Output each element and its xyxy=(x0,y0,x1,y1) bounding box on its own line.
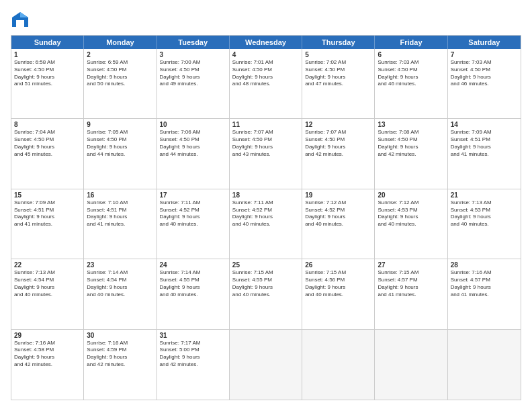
weekday-header: Friday xyxy=(375,36,447,49)
calendar-cell: 6Sunrise: 7:03 AM Sunset: 4:50 PM Daylig… xyxy=(375,49,447,118)
day-number: 20 xyxy=(378,191,444,199)
calendar-cell: 29Sunrise: 7:16 AM Sunset: 4:58 PM Dayli… xyxy=(11,330,84,400)
day-info: Sunrise: 7:15 AM Sunset: 4:57 PM Dayligh… xyxy=(378,269,444,298)
calendar-cell: 8Sunrise: 7:04 AM Sunset: 4:50 PM Daylig… xyxy=(11,119,84,188)
day-number: 23 xyxy=(87,261,153,269)
calendar-row: 29Sunrise: 7:16 AM Sunset: 4:58 PM Dayli… xyxy=(11,330,521,400)
day-number: 15 xyxy=(14,191,81,199)
day-info: Sunrise: 7:12 AM Sunset: 4:53 PM Dayligh… xyxy=(378,199,444,228)
day-number: 7 xyxy=(451,51,518,58)
calendar-cell: 23Sunrise: 7:14 AM Sunset: 4:54 PM Dayli… xyxy=(84,259,157,328)
logo xyxy=(11,11,32,30)
day-info: Sunrise: 7:07 AM Sunset: 4:50 PM Dayligh… xyxy=(232,129,299,158)
day-info: Sunrise: 7:13 AM Sunset: 4:54 PM Dayligh… xyxy=(14,269,81,298)
day-number: 10 xyxy=(160,121,226,128)
header xyxy=(11,11,521,30)
day-number: 29 xyxy=(14,332,81,339)
calendar-row: 1Sunrise: 6:58 AM Sunset: 4:50 PM Daylig… xyxy=(11,49,521,119)
day-info: Sunrise: 7:09 AM Sunset: 4:51 PM Dayligh… xyxy=(14,199,81,228)
day-info: Sunrise: 7:00 AM Sunset: 4:50 PM Dayligh… xyxy=(160,59,226,88)
day-number: 16 xyxy=(87,191,153,199)
day-info: Sunrise: 7:08 AM Sunset: 4:50 PM Dayligh… xyxy=(378,129,444,158)
calendar-cell: 26Sunrise: 7:15 AM Sunset: 4:56 PM Dayli… xyxy=(302,259,375,328)
calendar-cell: 5Sunrise: 7:02 AM Sunset: 4:50 PM Daylig… xyxy=(302,49,375,118)
day-info: Sunrise: 7:06 AM Sunset: 4:50 PM Dayligh… xyxy=(160,129,226,158)
day-number: 30 xyxy=(87,332,153,339)
page: SundayMondayTuesdayWednesdayThursdayFrid… xyxy=(0,0,532,411)
calendar-cell xyxy=(230,330,302,400)
calendar-cell: 24Sunrise: 7:14 AM Sunset: 4:55 PM Dayli… xyxy=(157,259,230,328)
day-info: Sunrise: 7:16 AM Sunset: 4:58 PM Dayligh… xyxy=(14,340,81,369)
day-info: Sunrise: 7:16 AM Sunset: 4:57 PM Dayligh… xyxy=(451,269,518,298)
day-info: Sunrise: 7:15 AM Sunset: 4:56 PM Dayligh… xyxy=(305,269,371,298)
day-number: 4 xyxy=(232,51,299,58)
calendar-cell: 17Sunrise: 7:11 AM Sunset: 4:52 PM Dayli… xyxy=(157,189,230,259)
calendar-row: 8Sunrise: 7:04 AM Sunset: 4:50 PM Daylig… xyxy=(11,119,521,189)
day-number: 11 xyxy=(232,121,299,128)
calendar-cell: 1Sunrise: 6:58 AM Sunset: 4:50 PM Daylig… xyxy=(11,49,84,118)
day-info: Sunrise: 7:09 AM Sunset: 4:51 PM Dayligh… xyxy=(451,129,518,158)
calendar-cell: 30Sunrise: 7:16 AM Sunset: 4:59 PM Dayli… xyxy=(84,330,157,400)
calendar-cell: 14Sunrise: 7:09 AM Sunset: 4:51 PM Dayli… xyxy=(448,119,521,188)
weekday-header: Wednesday xyxy=(230,36,302,49)
calendar-cell: 19Sunrise: 7:12 AM Sunset: 4:52 PM Dayli… xyxy=(302,189,375,259)
day-info: Sunrise: 6:58 AM Sunset: 4:50 PM Dayligh… xyxy=(14,59,81,88)
day-info: Sunrise: 7:05 AM Sunset: 4:50 PM Dayligh… xyxy=(87,129,153,158)
calendar-cell: 12Sunrise: 7:07 AM Sunset: 4:50 PM Dayli… xyxy=(302,119,375,188)
day-number: 6 xyxy=(378,51,444,58)
calendar-cell: 16Sunrise: 7:10 AM Sunset: 4:51 PM Dayli… xyxy=(84,189,157,259)
calendar-body: 1Sunrise: 6:58 AM Sunset: 4:50 PM Daylig… xyxy=(11,49,521,400)
calendar-cell: 7Sunrise: 7:03 AM Sunset: 4:50 PM Daylig… xyxy=(448,49,521,118)
calendar-cell: 4Sunrise: 7:01 AM Sunset: 4:50 PM Daylig… xyxy=(230,49,302,118)
day-number: 1 xyxy=(14,51,81,58)
day-number: 3 xyxy=(160,51,226,58)
day-info: Sunrise: 7:10 AM Sunset: 4:51 PM Dayligh… xyxy=(87,199,153,228)
day-number: 13 xyxy=(378,121,444,128)
day-number: 19 xyxy=(305,191,371,199)
calendar-cell: 21Sunrise: 7:13 AM Sunset: 4:53 PM Dayli… xyxy=(448,189,521,259)
day-info: Sunrise: 7:14 AM Sunset: 4:54 PM Dayligh… xyxy=(87,269,153,298)
day-number: 17 xyxy=(160,191,226,199)
calendar-cell xyxy=(448,330,521,400)
day-info: Sunrise: 7:03 AM Sunset: 4:50 PM Dayligh… xyxy=(451,59,518,88)
calendar: SundayMondayTuesdayWednesdayThursdayFrid… xyxy=(11,35,521,400)
weekday-header: Sunday xyxy=(11,36,84,49)
calendar-cell: 22Sunrise: 7:13 AM Sunset: 4:54 PM Dayli… xyxy=(11,259,84,328)
day-info: Sunrise: 7:02 AM Sunset: 4:50 PM Dayligh… xyxy=(305,59,371,88)
calendar-cell: 20Sunrise: 7:12 AM Sunset: 4:53 PM Dayli… xyxy=(375,189,447,259)
day-info: Sunrise: 7:11 AM Sunset: 4:52 PM Dayligh… xyxy=(232,199,299,228)
calendar-cell xyxy=(375,330,447,400)
day-info: Sunrise: 7:03 AM Sunset: 4:50 PM Dayligh… xyxy=(378,59,444,88)
calendar-cell: 15Sunrise: 7:09 AM Sunset: 4:51 PM Dayli… xyxy=(11,189,84,259)
day-number: 14 xyxy=(451,121,518,128)
calendar-cell: 18Sunrise: 7:11 AM Sunset: 4:52 PM Dayli… xyxy=(230,189,302,259)
weekday-header: Tuesday xyxy=(157,36,230,49)
day-info: Sunrise: 7:01 AM Sunset: 4:50 PM Dayligh… xyxy=(232,59,299,88)
day-info: Sunrise: 6:59 AM Sunset: 4:50 PM Dayligh… xyxy=(87,59,153,88)
day-info: Sunrise: 7:07 AM Sunset: 4:50 PM Dayligh… xyxy=(305,129,371,158)
calendar-header: SundayMondayTuesdayWednesdayThursdayFrid… xyxy=(11,36,521,49)
calendar-cell: 10Sunrise: 7:06 AM Sunset: 4:50 PM Dayli… xyxy=(157,119,230,188)
calendar-cell: 9Sunrise: 7:05 AM Sunset: 4:50 PM Daylig… xyxy=(84,119,157,188)
day-number: 31 xyxy=(160,332,226,339)
calendar-cell: 25Sunrise: 7:15 AM Sunset: 4:55 PM Dayli… xyxy=(230,259,302,328)
calendar-cell: 31Sunrise: 7:17 AM Sunset: 5:00 PM Dayli… xyxy=(157,330,230,400)
day-number: 18 xyxy=(232,191,299,199)
day-number: 5 xyxy=(305,51,371,58)
day-number: 27 xyxy=(378,261,444,269)
calendar-cell: 27Sunrise: 7:15 AM Sunset: 4:57 PM Dayli… xyxy=(375,259,447,328)
weekday-header: Monday xyxy=(84,36,157,49)
weekday-header: Saturday xyxy=(448,36,521,49)
calendar-cell xyxy=(302,330,375,400)
calendar-cell: 11Sunrise: 7:07 AM Sunset: 4:50 PM Dayli… xyxy=(230,119,302,188)
day-number: 22 xyxy=(14,261,81,269)
day-info: Sunrise: 7:13 AM Sunset: 4:53 PM Dayligh… xyxy=(451,199,518,228)
calendar-cell: 3Sunrise: 7:00 AM Sunset: 4:50 PM Daylig… xyxy=(157,49,230,118)
day-number: 2 xyxy=(87,51,153,58)
calendar-cell: 28Sunrise: 7:16 AM Sunset: 4:57 PM Dayli… xyxy=(448,259,521,328)
day-info: Sunrise: 7:11 AM Sunset: 4:52 PM Dayligh… xyxy=(160,199,226,228)
day-number: 26 xyxy=(305,261,371,269)
calendar-row: 22Sunrise: 7:13 AM Sunset: 4:54 PM Dayli… xyxy=(11,259,521,329)
svg-rect-2 xyxy=(16,20,24,27)
day-number: 9 xyxy=(87,121,153,128)
